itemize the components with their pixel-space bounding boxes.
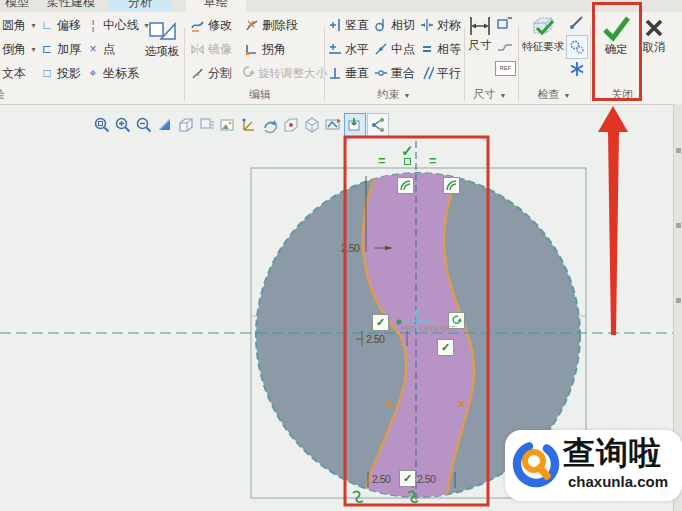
display-style-button[interactable] [176, 114, 196, 136]
tab-sketch-active[interactable]: 草绘 [186, 0, 246, 12]
constraint-horizontal-button[interactable]: 水平 [328, 40, 369, 58]
inspect-group-dropdown[interactable]: 检查 ▼ [524, 87, 584, 102]
group-label-sketch: 草绘 [0, 87, 14, 102]
chamfer-button[interactable]: 倒角▼ [2, 40, 37, 58]
csys-button[interactable]: ⌖坐标系 [86, 64, 139, 82]
tangent-constraint-icon [374, 18, 388, 32]
tangent-glyph-right [408, 492, 418, 503]
repaint-button[interactable] [155, 114, 175, 136]
annotation-rect-sketch [345, 137, 488, 505]
datum-display-button[interactable] [239, 114, 259, 136]
reference-dimension-button[interactable]: REF [495, 61, 516, 76]
perspective-button[interactable] [302, 114, 322, 136]
dimension-button[interactable]: 尺寸 [466, 14, 494, 53]
midpoint-constraint-icon [374, 42, 388, 56]
group-separator [184, 27, 185, 101]
constraint-symmetric-button[interactable]: 对称 [420, 16, 461, 34]
text-button[interactable]: 文本 [2, 64, 26, 82]
zoom-in-button[interactable] [113, 114, 133, 136]
baseline-dimension-button[interactable] [496, 38, 514, 56]
constraint-check-badge[interactable]: ✓ [372, 314, 389, 331]
perimeter-dimension-button[interactable] [496, 15, 514, 33]
tab-analysis[interactable]: 分析 [108, 0, 172, 12]
watermark-title: 查询啦 [563, 432, 662, 476]
chevron-down-icon: ▼ [500, 92, 507, 99]
constraint-perpendicular-button[interactable]: 垂直 [328, 64, 369, 82]
equal-length-mark[interactable]: = [378, 156, 386, 166]
constraint-vertical-button[interactable]: 竖直 [328, 16, 369, 34]
modify-button[interactable]: 修改 [190, 16, 232, 34]
refit-view-button[interactable] [92, 114, 112, 136]
centerline-button[interactable]: ¦中心线▼ [86, 16, 150, 34]
tab-model[interactable]: 模型 [0, 0, 34, 12]
sketch-orientation-button[interactable] [367, 113, 389, 137]
tangent-constraint-badge[interactable] [443, 177, 460, 194]
point-button[interactable]: ×点 [86, 40, 115, 58]
s-curve-right[interactable] [444, 164, 474, 502]
dimension-value[interactable]: 2.50 [417, 473, 435, 485]
saved-orientations-button[interactable] [197, 114, 217, 136]
group-label-edit: 编辑 [232, 87, 288, 102]
group-separator [324, 27, 325, 101]
highlight-open-ends-button[interactable] [566, 35, 588, 59]
fillet-button[interactable]: 圆角▼ [2, 16, 37, 34]
dimension-value[interactable]: 2.50 [341, 242, 359, 254]
perimeter-dimension-icon [496, 15, 514, 33]
sketch-display-button[interactable] [323, 114, 343, 136]
delete-segment-button[interactable]: 删除段 [244, 16, 298, 34]
mirror-icon [190, 42, 205, 57]
rotate-resize-icon [240, 66, 255, 81]
annotation-display-icon [261, 116, 279, 134]
constraint-equal-button[interactable]: 相等 [420, 40, 461, 58]
divide-icon [190, 66, 205, 81]
corner-icon [244, 42, 259, 57]
constraint-midpoint-button[interactable]: 中点 [374, 40, 415, 58]
perspective-icon [303, 116, 321, 134]
dimension-group-dropdown[interactable]: 尺寸 ▼ [464, 87, 516, 102]
thicken-button[interactable]: ⊏加厚 [40, 40, 81, 58]
chevron-down-icon: ▼ [30, 46, 37, 53]
tab-flexible-modeling[interactable]: 柔性建模 [38, 0, 104, 12]
constraint-check-badge[interactable]: ✓ [437, 339, 454, 356]
divide-button[interactable]: 分割 [190, 64, 232, 82]
dimension-value[interactable]: 2.50 [372, 473, 390, 485]
annotation-display-button[interactable] [260, 114, 280, 136]
group-separator [518, 27, 519, 101]
centroid-point[interactable] [397, 320, 402, 325]
project-button[interactable]: □投影 [40, 64, 81, 82]
palette-button[interactable]: 选项板 [142, 14, 182, 59]
dimension-icon [468, 14, 492, 38]
ribbon: 圆角▼ 倒角▼ 文本 ∟偏移 ⊏加厚 □投影 ¦中心线▼ ×点 ⌖坐标系 选项板… [0, 12, 682, 105]
display-style-icon [177, 116, 195, 134]
feature-requirements-button[interactable]: 特征要求 [520, 14, 566, 54]
overlapping-geometry-icon [568, 14, 586, 32]
centerline-icon: ¦ [86, 18, 100, 32]
overlapping-geometry-button[interactable] [568, 14, 586, 32]
parallel-constraint-icon [420, 66, 434, 80]
offset-button[interactable]: ∟偏移 [40, 16, 81, 34]
sketch-view-button[interactable] [344, 113, 366, 137]
view-manager-button[interactable] [218, 114, 238, 136]
equal-length-mark[interactable]: = [429, 156, 437, 166]
constraint-tangent-button[interactable]: 相切 [374, 16, 415, 34]
snowflake-icon [568, 60, 586, 78]
constraint-coincident-button[interactable]: 重合 [374, 64, 415, 82]
zoom-out-icon [135, 116, 153, 134]
dimension-value[interactable]: 2.50 [366, 333, 384, 345]
cancel-button[interactable]: 取消 [638, 16, 670, 55]
zoom-in-icon [114, 116, 132, 134]
tangency-mark-left [386, 401, 392, 407]
shade-closed-loops-button[interactable] [568, 60, 586, 78]
sketch-display-icon [324, 116, 342, 134]
constraint-parallel-button[interactable]: 平行 [420, 64, 461, 82]
zoom-out-button[interactable] [134, 114, 154, 136]
csys-label[interactable]: PRT_CSYS_DEF [401, 325, 456, 332]
corner-button[interactable]: 拐角 [244, 40, 286, 58]
spin-center-button[interactable] [281, 114, 301, 136]
rotate-resize-button[interactable]: 旋转调整大小 [240, 64, 327, 82]
mirror-button[interactable]: 镜像 [190, 40, 232, 58]
ribbon-tab-bar: 模型 柔性建模 分析 草绘 [0, 0, 682, 12]
tangent-constraint-badge[interactable] [397, 177, 414, 194]
constrain-group-dropdown[interactable]: 约束 ▼ [362, 87, 426, 102]
constraint-check-badge[interactable]: ✓ [399, 470, 416, 487]
